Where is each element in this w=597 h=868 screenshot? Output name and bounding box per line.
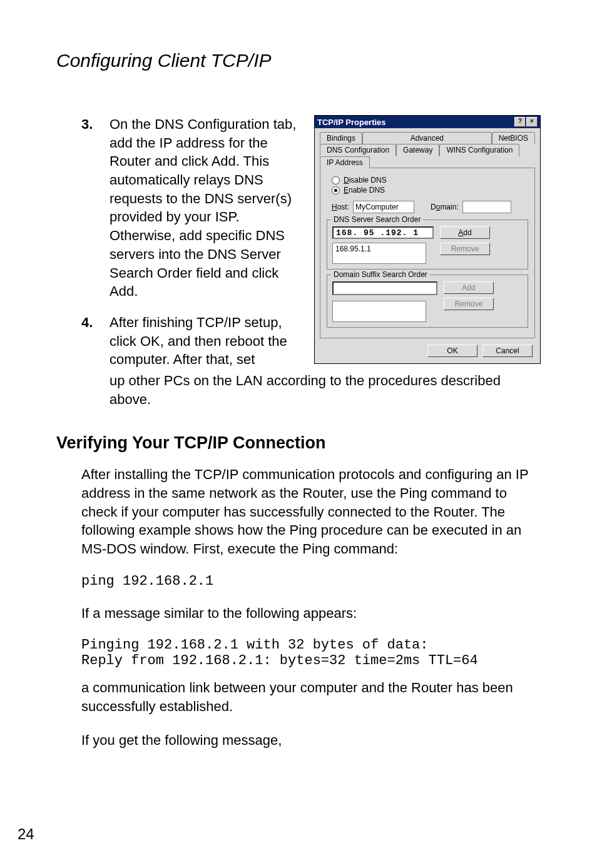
tcpip-properties-dialog: TCP/IP Properties ? × Bindings Advanced … bbox=[314, 115, 541, 364]
verify-para-3: a communication link between your comput… bbox=[81, 679, 541, 715]
verify-para-4: If you get the following message, bbox=[81, 731, 541, 750]
page-heading: Configuring Client TCP/IP bbox=[56, 50, 541, 71]
tab-dns-configuration[interactable]: DNS Configuration bbox=[320, 144, 396, 156]
domain-input[interactable] bbox=[462, 201, 511, 213]
suffix-add-button[interactable]: Add bbox=[444, 281, 494, 294]
dns-add-button[interactable]: Add bbox=[440, 226, 490, 239]
domain-label: Domain: bbox=[431, 203, 459, 211]
dns-ip-input[interactable]: 168. 95 .192. 1 bbox=[332, 226, 434, 239]
radio-disable-dns[interactable]: Disable DNS bbox=[332, 176, 528, 184]
step-4-text-b: up other PCs on the LAN according to the… bbox=[110, 371, 541, 408]
step-3-text: On the DNS Configuration tab, add the IP… bbox=[110, 115, 307, 301]
verify-para-1: After installing the TCP/IP communicatio… bbox=[81, 465, 541, 558]
verify-para-2: If a message similar to the following ap… bbox=[81, 604, 541, 623]
host-input[interactable]: MyComputer bbox=[353, 201, 414, 213]
host-label: Host: bbox=[332, 203, 349, 211]
page-number: 24 bbox=[18, 825, 34, 843]
tab-netbios[interactable]: NetBIOS bbox=[492, 132, 535, 144]
tab-gateway[interactable]: Gateway bbox=[396, 144, 439, 156]
tab-bindings[interactable]: Bindings bbox=[320, 132, 362, 144]
suffix-list[interactable] bbox=[332, 301, 426, 322]
domain-suffix-label: Domain Suffix Search Order bbox=[331, 270, 430, 279]
ping-command: ping 192.168.2.1 bbox=[81, 573, 541, 589]
step-4-text-a: After finishing TCP/IP setup, click OK, … bbox=[110, 313, 307, 369]
radio-enable-dns-label: Enable DNS bbox=[344, 186, 385, 194]
dns-server-search-order-group: DNS Server Search Order 168. 95 .192. 1 … bbox=[327, 220, 528, 270]
cancel-button[interactable]: Cancel bbox=[482, 345, 533, 357]
ping-output: Pinging 192.168.2.1 with 32 bytes of dat… bbox=[81, 637, 541, 669]
radio-disable-dns-label: Disable DNS bbox=[344, 176, 387, 184]
tab-advanced[interactable]: Advanced bbox=[362, 132, 492, 144]
dns-list-item: 168.95.1.1 bbox=[335, 245, 423, 253]
suffix-remove-button[interactable]: Remove bbox=[444, 298, 494, 310]
suffix-input[interactable] bbox=[332, 281, 437, 295]
step-3-number: 3. bbox=[81, 115, 110, 301]
close-icon[interactable]: × bbox=[526, 117, 538, 127]
dialog-titlebar: TCP/IP Properties ? × bbox=[315, 116, 540, 128]
tab-ip-address[interactable]: IP Address bbox=[320, 156, 370, 168]
radio-enable-dns[interactable]: Enable DNS bbox=[332, 186, 528, 194]
domain-suffix-search-order-group: Domain Suffix Search Order Add Remove bbox=[327, 275, 528, 328]
dns-order-label: DNS Server Search Order bbox=[331, 215, 423, 224]
radio-icon bbox=[332, 176, 340, 184]
radio-icon bbox=[332, 186, 340, 194]
dns-list[interactable]: 168.95.1.1 bbox=[332, 243, 426, 264]
dns-remove-button[interactable]: Remove bbox=[440, 243, 490, 255]
verify-heading: Verifying Your TCP/IP Connection bbox=[56, 433, 541, 453]
step-4-number: 4. bbox=[81, 313, 110, 369]
tab-wins-configuration[interactable]: WINS Configuration bbox=[439, 144, 519, 156]
help-icon[interactable]: ? bbox=[514, 117, 526, 127]
ok-button[interactable]: OK bbox=[427, 345, 477, 357]
dialog-title: TCP/IP Properties bbox=[317, 118, 514, 127]
